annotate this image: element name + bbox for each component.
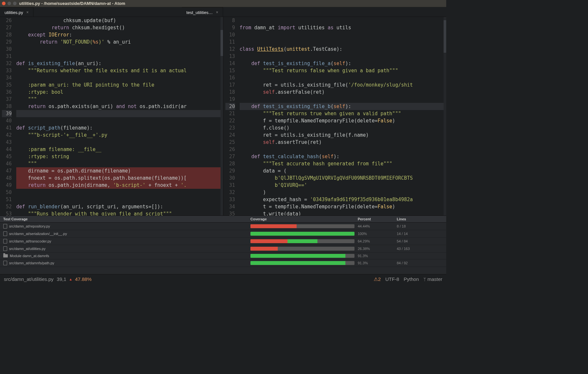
- arrow-up-icon: ▴: [70, 277, 72, 282]
- window-maximize-button[interactable]: [13, 2, 17, 5]
- coverage-file-name: src/damn_at/repository.py: [9, 224, 50, 228]
- status-cursor-pos[interactable]: 39,1: [57, 276, 66, 282]
- coverage-file-name: src/damn_at/serialization/__init__.py: [9, 232, 67, 236]
- col-lines: Lines: [397, 217, 443, 221]
- window-title: utilities.py - /home/sueastside/DAMN/dam…: [19, 1, 125, 6]
- coverage-percent: 91.3%: [358, 261, 397, 265]
- tab-bar: utilities.py × test_utilities… ×: [0, 7, 446, 17]
- folder-icon: [3, 254, 8, 257]
- coverage-percent: 44.44%: [358, 224, 397, 228]
- close-icon[interactable]: ×: [26, 10, 29, 15]
- col-title: Test Coverage: [3, 217, 250, 221]
- coverage-row[interactable]: src/damn_at/utilities.py26.38%43 / 163: [0, 245, 446, 253]
- coverage-percent: 64.29%: [358, 239, 397, 243]
- line-gutter[interactable]: 2627282930313233343536373839404142434445…: [0, 17, 16, 215]
- coverage-file-name: src/damn_at/transcoder.py: [9, 239, 51, 243]
- status-bar: src/damn_at/utilities.py 39,1 ▴ 47.88% ⚠…: [0, 274, 446, 284]
- status-encoding[interactable]: UTF-8: [385, 276, 399, 282]
- test-coverage-panel: Test Coverage Coverage Percent Lines src…: [0, 215, 446, 274]
- branch-icon: ᛘ: [423, 277, 426, 282]
- warning-icon: ⚠: [374, 276, 378, 282]
- coverage-bar: [250, 254, 354, 258]
- file-icon: [3, 239, 7, 243]
- editor-split: 2627282930313233343536373839404142434445…: [0, 17, 446, 215]
- window-minimize-button[interactable]: [7, 2, 11, 5]
- coverage-row[interactable]: src/damn_at/damnfs/path.py91.3%84 / 92: [0, 259, 446, 267]
- status-git-branch[interactable]: ᛘ master: [423, 276, 442, 282]
- code-area[interactable]: from damn_at import utilities as utilscl…: [239, 17, 447, 215]
- coverage-header: Test Coverage Coverage Percent Lines: [0, 216, 446, 223]
- col-coverage: Coverage: [250, 217, 358, 221]
- window-controls: [2, 2, 17, 5]
- coverage-row[interactable]: src/damn_at/repository.py44.44%8 / 18: [0, 223, 446, 230]
- scrollbar[interactable]: [444, 17, 446, 215]
- coverage-bar: [250, 224, 354, 228]
- coverage-percent: 26.38%: [358, 247, 397, 251]
- status-file-path[interactable]: src/damn_at/utilities.py: [4, 276, 54, 282]
- coverage-row[interactable]: src/damn_at/serialization/__init__.py100…: [0, 230, 446, 238]
- scrollbar[interactable]: [220, 17, 223, 215]
- window-titlebar: utilities.py - /home/sueastside/DAMN/dam…: [0, 0, 446, 7]
- file-icon: [3, 261, 7, 265]
- coverage-file-name: Module damn_at.damnfs: [10, 254, 49, 258]
- window-close-button[interactable]: [2, 2, 6, 5]
- coverage-bar: [250, 232, 354, 236]
- file-icon: [3, 224, 7, 229]
- tab-label: test_utilities…: [186, 10, 213, 15]
- tab-label: utilities.py: [5, 10, 23, 15]
- file-icon: [3, 246, 7, 251]
- editor-pane-right[interactable]: 8910111213141516171819202122232425262728…: [223, 17, 447, 215]
- coverage-lines: 54 / 84: [397, 239, 443, 243]
- col-percent: Percent: [358, 217, 397, 221]
- coverage-bar: [250, 261, 354, 265]
- coverage-row[interactable]: src/damn_at/transcoder.py64.29%54 / 84: [0, 238, 446, 245]
- coverage-percent: 100%: [358, 232, 397, 236]
- coverage-lines: 43 / 163: [397, 247, 443, 251]
- tab-test-utilities[interactable]: test_utilities… ×: [182, 7, 223, 17]
- close-icon[interactable]: ×: [216, 10, 218, 15]
- coverage-file-name: src/damn_at/damnfs/path.py: [9, 261, 54, 265]
- coverage-percent: 91.3%: [358, 254, 397, 258]
- coverage-lines: 84 / 92: [397, 261, 443, 265]
- code-area[interactable]: chksum.update(buf) return chksum.hexdige…: [16, 17, 223, 215]
- status-coverage-percent[interactable]: 47.88%: [75, 276, 92, 282]
- coverage-bar: [250, 239, 354, 243]
- editor-pane-left[interactable]: 2627282930313233343536373839404142434445…: [0, 17, 223, 215]
- status-warnings[interactable]: ⚠2: [374, 276, 381, 282]
- file-icon: [3, 231, 7, 236]
- line-gutter[interactable]: 8910111213141516171819202122232425262728…: [223, 17, 239, 215]
- coverage-lines: 8 / 18: [397, 224, 443, 228]
- status-language[interactable]: Python: [404, 276, 419, 282]
- tab-utilities[interactable]: utilities.py ×: [0, 7, 33, 17]
- coverage-row[interactable]: Module damn_at.damnfs91.3%: [0, 253, 446, 259]
- coverage-file-name: src/damn_at/utilities.py: [9, 247, 46, 251]
- coverage-lines: 14 / 14: [397, 232, 443, 236]
- coverage-bar: [250, 247, 354, 251]
